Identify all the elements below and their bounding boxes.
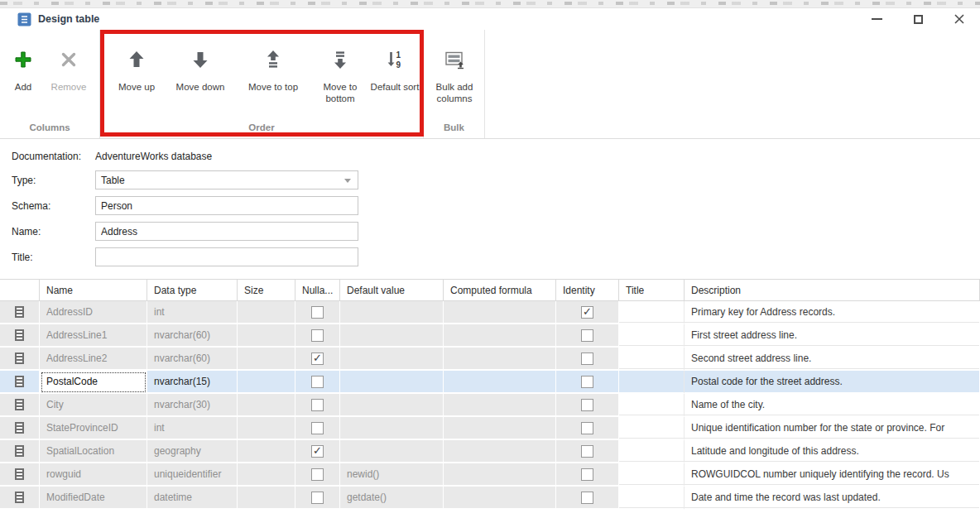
bulk-add-columns-button[interactable]: Bulk add columns	[426, 35, 483, 124]
cell-description[interactable]: ROWGUIDCOL number uniquely identifying t…	[685, 463, 980, 487]
cell-default_value[interactable]	[340, 301, 444, 324]
move-to-top-button[interactable]: Move to top	[234, 35, 312, 124]
cell-name[interactable]: rowguid	[40, 463, 147, 487]
add-button[interactable]: Add	[3, 35, 43, 124]
cell-nullable[interactable]	[295, 324, 340, 348]
identity-checkbox[interactable]	[581, 468, 593, 481]
cell-computed_formula[interactable]	[444, 394, 556, 417]
cell-data_type[interactable]: geography	[147, 440, 238, 463]
nullable-checkbox[interactable]	[311, 399, 324, 411]
cell-name[interactable]: AddressID	[40, 301, 147, 324]
cell-title[interactable]	[619, 348, 685, 371]
cell-size[interactable]	[238, 440, 295, 463]
cell-name[interactable]: AddressLine1	[40, 324, 147, 348]
cell-title[interactable]	[619, 463, 685, 487]
identity-checkbox[interactable]	[581, 422, 593, 434]
cell-name[interactable]: StateProvinceID	[40, 417, 147, 440]
row-selector-cell[interactable]	[0, 440, 40, 463]
cell-identity[interactable]	[556, 324, 619, 348]
cell-identity[interactable]	[556, 440, 619, 463]
close-button[interactable]	[939, 8, 980, 30]
identity-checkbox[interactable]	[581, 376, 593, 388]
cell-data_type[interactable]: nvarchar(15)	[147, 371, 238, 394]
cell-default_value[interactable]	[340, 417, 444, 440]
cell-nullable[interactable]	[295, 301, 340, 324]
cell-identity[interactable]	[556, 371, 619, 394]
cell-name[interactable]: AddressLine2	[40, 348, 147, 371]
cell-size[interactable]	[238, 324, 295, 348]
cell-description[interactable]: Unique identification number for the sta…	[685, 417, 980, 440]
cell-name[interactable]: City	[40, 394, 147, 417]
schema-input[interactable]	[95, 196, 358, 215]
cell-description[interactable]: Latitude and longitude of this address.	[685, 440, 980, 463]
cell-identity[interactable]	[556, 394, 619, 417]
cell-data_type[interactable]: nvarchar(30)	[147, 394, 238, 417]
cell-nullable[interactable]	[295, 440, 340, 463]
identity-checkbox[interactable]	[581, 445, 593, 458]
cell-description[interactable]: Primary key for Address records.	[685, 301, 980, 324]
cell-data_type[interactable]: nvarchar(60)	[147, 348, 238, 371]
cell-nullable[interactable]	[295, 463, 340, 487]
cell-size[interactable]	[238, 394, 295, 417]
cell-size[interactable]	[238, 487, 295, 510]
cell-size[interactable]	[238, 417, 295, 440]
cell-title[interactable]	[619, 371, 685, 394]
row-selector-cell[interactable]	[0, 417, 40, 440]
row-selector-cell[interactable]	[0, 463, 40, 487]
cell-name[interactable]: PostalCode	[40, 371, 147, 394]
cell-title[interactable]	[619, 324, 685, 348]
cell-computed_formula[interactable]	[444, 463, 556, 487]
cell-default_value[interactable]: getdate()	[340, 487, 444, 510]
cell-default_value[interactable]	[340, 394, 444, 417]
cell-computed_formula[interactable]	[444, 440, 556, 463]
nullable-checkbox[interactable]	[311, 329, 324, 342]
identity-checkbox[interactable]	[581, 306, 593, 319]
cell-size[interactable]	[238, 463, 295, 487]
cell-nullable[interactable]	[295, 371, 340, 394]
cell-name[interactable]: ModifiedDate	[40, 487, 147, 510]
name-input[interactable]	[95, 222, 358, 241]
cell-size[interactable]	[238, 348, 295, 371]
remove-button[interactable]: Remove	[43, 35, 94, 124]
cell-default_value[interactable]: newid()	[340, 463, 444, 487]
cell-title[interactable]	[619, 417, 685, 440]
identity-checkbox[interactable]	[581, 399, 593, 411]
row-selector-cell[interactable]	[0, 394, 40, 417]
move-to-bottom-button[interactable]: Move to bottom	[312, 35, 368, 124]
nullable-checkbox[interactable]	[311, 468, 324, 481]
cell-computed_formula[interactable]	[444, 301, 556, 324]
cell-data_type[interactable]: uniqueidentifier	[147, 463, 238, 487]
nullable-checkbox[interactable]	[311, 422, 324, 434]
cell-default_value[interactable]	[340, 440, 444, 463]
cell-size[interactable]	[238, 371, 295, 394]
default-sort-button[interactable]: 1 9 Default sort	[368, 35, 421, 124]
maximize-button[interactable]	[897, 8, 939, 30]
move-up-button[interactable]: Move up	[107, 35, 166, 124]
cell-computed_formula[interactable]	[444, 487, 556, 510]
minimize-button[interactable]	[856, 8, 897, 30]
nullable-checkbox[interactable]	[311, 376, 324, 388]
nullable-checkbox[interactable]	[311, 306, 324, 319]
cell-default_value[interactable]	[340, 371, 444, 394]
cell-data_type[interactable]: int	[147, 301, 238, 324]
cell-description[interactable]: Second street address line.	[685, 348, 980, 371]
cell-title[interactable]	[619, 487, 685, 510]
row-selector-cell[interactable]	[0, 348, 40, 371]
cell-identity[interactable]	[556, 463, 619, 487]
cell-size[interactable]	[238, 301, 295, 324]
cell-computed_formula[interactable]	[444, 348, 556, 371]
cell-description[interactable]: Date and time the record was last update…	[685, 487, 980, 510]
move-down-button[interactable]: Move down	[166, 35, 234, 124]
cell-data_type[interactable]: nvarchar(60)	[147, 324, 238, 348]
cell-default_value[interactable]	[340, 324, 444, 348]
cell-identity[interactable]	[556, 417, 619, 440]
row-selector-cell[interactable]	[0, 301, 40, 324]
row-selector-cell[interactable]	[0, 371, 40, 394]
cell-identity[interactable]	[556, 348, 619, 371]
cell-title[interactable]	[619, 394, 685, 417]
nullable-checkbox[interactable]	[311, 445, 324, 458]
cell-nullable[interactable]	[295, 394, 340, 417]
row-selector-cell[interactable]	[0, 487, 40, 510]
identity-checkbox[interactable]	[581, 353, 593, 365]
cell-data_type[interactable]: datetime	[147, 487, 238, 510]
